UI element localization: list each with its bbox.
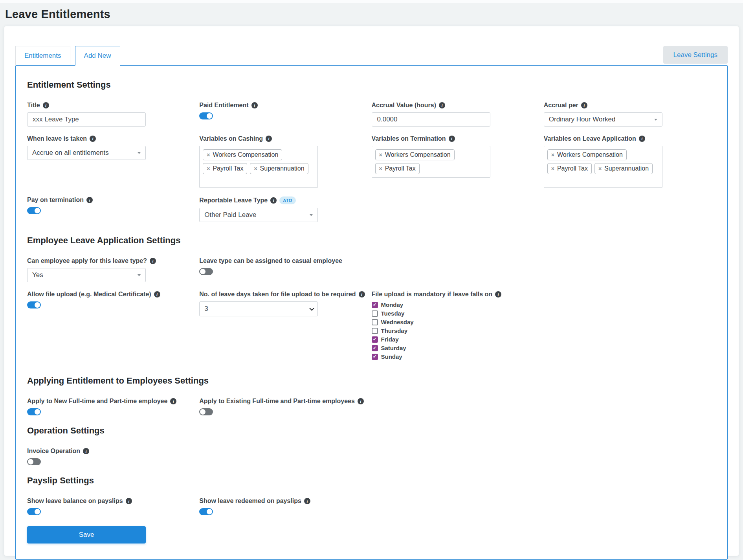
- day-checkbox-row[interactable]: Friday: [372, 336, 544, 343]
- variable-tag[interactable]: ×Workers Compensation: [547, 149, 627, 160]
- day-label: Friday: [381, 336, 399, 343]
- day-checkbox-row[interactable]: Thursday: [372, 327, 544, 334]
- day-label: Wednesday: [381, 319, 414, 325]
- remove-tag-icon[interactable]: ×: [598, 166, 602, 171]
- allow-file-upload-toggle[interactable]: [27, 301, 41, 308]
- title-input[interactable]: [27, 112, 146, 127]
- info-icon[interactable]: i: [449, 136, 455, 142]
- info-icon[interactable]: i: [358, 398, 364, 404]
- dropdown-caret-icon: [138, 274, 141, 276]
- show-redeemed-toggle[interactable]: [199, 508, 213, 515]
- leave-settings-button[interactable]: Leave Settings: [663, 46, 728, 64]
- day-checkbox-row[interactable]: Monday: [372, 301, 544, 308]
- apply-existing-toggle[interactable]: [199, 408, 213, 415]
- day-checkbox[interactable]: [372, 302, 378, 308]
- accrual-value-input[interactable]: [372, 112, 490, 127]
- when-leave-taken-select[interactable]: Accrue on all entitlements: [27, 146, 146, 160]
- info-icon[interactable]: i: [581, 102, 587, 108]
- field-title: Title i: [27, 102, 199, 127]
- remove-tag-icon[interactable]: ×: [254, 166, 257, 171]
- leave-days-value: 3: [204, 305, 208, 313]
- info-icon[interactable]: i: [359, 291, 365, 297]
- day-checkbox[interactable]: [372, 345, 378, 351]
- variables-leave-application-label: Variables on Leave Application: [544, 135, 636, 142]
- invoice-operation-label: Invoice Operation: [27, 448, 80, 455]
- field-when-leave-taken: When leave is taken i Accrue on all enti…: [27, 135, 199, 160]
- invoice-operation-toggle[interactable]: [27, 458, 41, 465]
- tab-add-new[interactable]: Add New: [75, 46, 120, 66]
- variable-tag[interactable]: ×Payroll Tax: [547, 163, 592, 174]
- select-chevron-icon: [310, 306, 315, 311]
- remove-tag-icon[interactable]: ×: [207, 166, 210, 171]
- remove-tag-icon[interactable]: ×: [379, 166, 382, 171]
- page-title: Leave Entitlements: [5, 8, 743, 21]
- reportable-leave-type-select[interactable]: Other Paid Leave: [199, 208, 318, 222]
- mandatory-days-group: MondayTuesdayWednesdayThursdayFridaySatu…: [372, 301, 544, 360]
- apply-new-toggle[interactable]: [27, 408, 41, 415]
- day-checkbox[interactable]: [372, 310, 378, 317]
- dropdown-caret-icon: [138, 152, 141, 154]
- dropdown-caret-icon: [654, 119, 657, 121]
- variable-tag[interactable]: ×Superannuation: [594, 163, 653, 174]
- remove-tag-icon[interactable]: ×: [551, 152, 554, 158]
- show-redeemed-label: Show leave redeemed on payslips: [199, 498, 301, 505]
- info-icon[interactable]: i: [495, 291, 501, 297]
- paid-entitlement-label: Paid Entitlement: [199, 102, 248, 109]
- ato-badge: ATO: [279, 196, 295, 204]
- info-icon[interactable]: i: [150, 258, 156, 264]
- leave-days-select[interactable]: 3: [199, 301, 318, 316]
- day-checkbox[interactable]: [372, 319, 378, 325]
- day-checkbox[interactable]: [372, 328, 378, 334]
- variables-leave-application-multiselect[interactable]: ×Workers Compensation×Payroll Tax×Supera…: [544, 146, 662, 188]
- info-icon[interactable]: i: [439, 102, 445, 108]
- variables-cashing-multiselect[interactable]: ×Workers Compensation×Payroll Tax×Supera…: [199, 146, 318, 188]
- application-row-1: Can employee apply for this leave type? …: [27, 257, 716, 282]
- info-icon[interactable]: i: [154, 291, 160, 297]
- casual-employee-toggle[interactable]: [199, 268, 213, 275]
- day-checkbox-row[interactable]: Tuesday: [372, 310, 544, 317]
- field-show-balance: Show leave balance on payslips i: [27, 498, 199, 515]
- save-button[interactable]: Save: [27, 526, 146, 543]
- tag-label: Payroll Tax: [213, 165, 243, 172]
- section-heading-application: Employee Leave Application Settings: [27, 235, 716, 246]
- remove-tag-icon[interactable]: ×: [551, 166, 554, 171]
- section-heading-entitlement: Entitlement Settings: [27, 80, 716, 90]
- info-icon[interactable]: i: [304, 498, 310, 504]
- show-balance-label: Show leave balance on payslips: [27, 498, 123, 505]
- info-icon[interactable]: i: [251, 102, 258, 108]
- info-icon[interactable]: i: [90, 136, 96, 142]
- pay-on-termination-toggle[interactable]: [27, 207, 41, 214]
- paid-entitlement-toggle[interactable]: [199, 112, 213, 119]
- info-icon[interactable]: i: [43, 102, 49, 108]
- application-row-2: Allow file upload (e.g. Medical Certific…: [27, 291, 716, 360]
- info-icon[interactable]: i: [266, 136, 272, 142]
- field-variables-termination: Variables on Termination i ×Workers Comp…: [372, 135, 544, 178]
- tab-entitlements[interactable]: Entitlements: [15, 46, 70, 65]
- day-checkbox[interactable]: [372, 354, 378, 360]
- variable-tag[interactable]: ×Superannuation: [250, 163, 308, 174]
- info-icon[interactable]: i: [270, 197, 277, 204]
- day-checkbox-row[interactable]: Wednesday: [372, 319, 544, 325]
- variables-termination-multiselect[interactable]: ×Workers Compensation×Payroll Tax: [372, 146, 490, 178]
- variable-tag[interactable]: ×Workers Compensation: [375, 149, 455, 160]
- field-apply-new: Apply to New Full-time and Part-time emp…: [27, 398, 199, 415]
- remove-tag-icon[interactable]: ×: [207, 152, 210, 158]
- variable-tag[interactable]: ×Payroll Tax: [375, 163, 420, 174]
- day-checkbox-row[interactable]: Sunday: [372, 353, 544, 360]
- info-icon[interactable]: i: [86, 197, 93, 203]
- remove-tag-icon[interactable]: ×: [379, 152, 382, 158]
- can-apply-select[interactable]: Yes: [27, 268, 146, 282]
- info-icon[interactable]: i: [639, 136, 645, 142]
- info-icon[interactable]: i: [170, 398, 176, 404]
- accrual-per-select[interactable]: Ordinary Hour Worked: [544, 112, 662, 127]
- show-balance-toggle[interactable]: [27, 508, 41, 515]
- variable-tag[interactable]: ×Payroll Tax: [203, 163, 247, 174]
- day-label: Thursday: [381, 327, 408, 334]
- day-checkbox-row[interactable]: Saturday: [372, 345, 544, 351]
- field-allow-file-upload: Allow file upload (e.g. Medical Certific…: [27, 291, 199, 308]
- tag-label: Superannuation: [604, 165, 649, 172]
- info-icon[interactable]: i: [83, 448, 89, 454]
- info-icon[interactable]: i: [126, 498, 132, 504]
- day-checkbox[interactable]: [372, 336, 378, 343]
- variable-tag[interactable]: ×Workers Compensation: [203, 149, 282, 160]
